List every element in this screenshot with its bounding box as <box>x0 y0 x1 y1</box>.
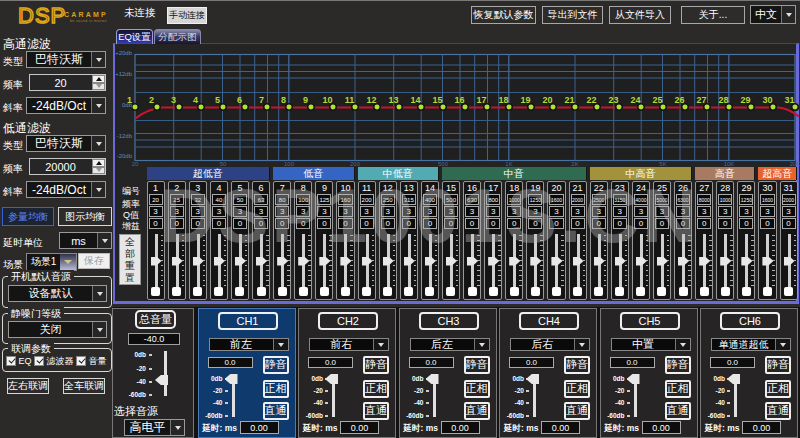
svg-text:30: 30 <box>762 95 772 105</box>
svg-text:27: 27 <box>696 95 706 105</box>
svg-text:29: 29 <box>740 95 750 105</box>
svg-text:19: 19 <box>520 95 530 105</box>
svg-text:24: 24 <box>630 95 640 105</box>
svg-text:25: 25 <box>652 95 662 105</box>
svg-text:31: 31 <box>784 95 794 105</box>
svg-text:8: 8 <box>281 95 286 105</box>
svg-text:12: 12 <box>366 95 376 105</box>
svg-text:6: 6 <box>237 95 242 105</box>
svg-text:2: 2 <box>149 95 154 105</box>
svg-text:16: 16 <box>454 95 464 105</box>
svg-text:3: 3 <box>171 95 176 105</box>
svg-text:11: 11 <box>345 95 355 105</box>
svg-text:7: 7 <box>259 95 264 105</box>
svg-text:4: 4 <box>193 95 198 105</box>
svg-text:17: 17 <box>476 95 486 105</box>
svg-text:9: 9 <box>303 95 308 105</box>
svg-text:21: 21 <box>564 95 574 105</box>
svg-text:26: 26 <box>674 95 684 105</box>
svg-text:13: 13 <box>388 95 398 105</box>
svg-text:14: 14 <box>410 95 420 105</box>
svg-text:23: 23 <box>608 95 618 105</box>
svg-text:10: 10 <box>322 95 332 105</box>
svg-text:5: 5 <box>215 95 220 105</box>
svg-text:18: 18 <box>498 95 508 105</box>
svg-text:20: 20 <box>542 95 552 105</box>
svg-text:15: 15 <box>432 95 442 105</box>
svg-text:22: 22 <box>586 95 596 105</box>
svg-text:28: 28 <box>718 95 728 105</box>
